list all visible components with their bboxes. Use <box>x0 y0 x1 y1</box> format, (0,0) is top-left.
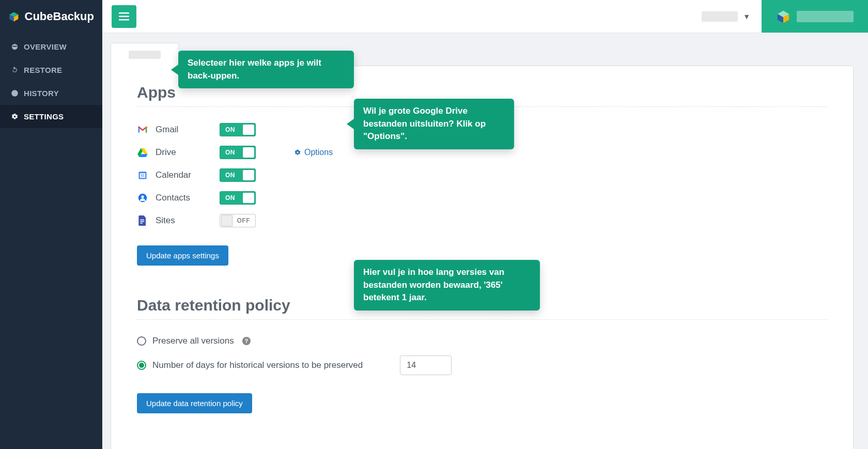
gear-icon <box>10 113 19 120</box>
app-row-contacts: Contacts ON <box>137 187 827 209</box>
domain-name-placeholder <box>797 11 854 22</box>
toggle-calendar[interactable]: ON <box>220 168 256 182</box>
menu-toggle-button[interactable] <box>112 5 136 28</box>
nav-settings[interactable]: SETTINGS <box>0 105 102 128</box>
update-retention-button[interactable]: Update data retention policy <box>137 393 252 413</box>
toggle-handle <box>243 193 254 203</box>
app-label: Sites <box>156 215 212 226</box>
nav-label: RESTORE <box>24 66 62 74</box>
help-icon[interactable]: ? <box>242 337 251 345</box>
app-label: Drive <box>156 147 212 158</box>
toggle-on-label: ON <box>225 194 235 202</box>
toggle-handle <box>243 125 254 135</box>
options-label: Options <box>304 148 333 157</box>
user-name-placeholder <box>702 11 738 22</box>
brand-name: CubeBackup <box>25 10 94 23</box>
app-row-calendar: 31 Calendar ON <box>137 164 827 187</box>
callout-text: Hier vul je in hoe lang versies van best… <box>363 267 504 302</box>
callout-drive-options: Wil je grote Google Drive bestanden uits… <box>354 99 514 149</box>
radio-label: Preserve all versions <box>152 336 234 346</box>
app-label: Calendar <box>156 170 212 180</box>
svg-rect-3 <box>119 12 129 14</box>
settings-panel: Apps Gmail ON Drive ON <box>111 66 854 449</box>
hamburger-icon <box>119 12 129 21</box>
toggle-off-label: OFF <box>237 217 251 224</box>
app-label: Gmail <box>156 125 212 135</box>
callout-text: Selecteer hier welke apps je wilt back-u… <box>188 58 321 81</box>
toggle-handle <box>243 170 254 180</box>
calendar-icon: 31 <box>137 169 148 181</box>
callout-apps: Selecteer hier welke apps je wilt back-u… <box>178 51 354 88</box>
toggle-sites[interactable]: OFF <box>220 214 256 227</box>
contacts-icon <box>137 192 148 204</box>
gear-icon <box>294 149 301 156</box>
svg-rect-18 <box>140 221 144 222</box>
retention-option-days[interactable]: Number of days for historical versions t… <box>137 351 827 380</box>
nav-label: SETTINGS <box>24 112 64 121</box>
sidebar: CubeBackup OVERVIEW RESTORE HISTORY SETT… <box>0 0 102 449</box>
radio-days[interactable] <box>137 361 146 370</box>
nav-label: OVERVIEW <box>24 42 67 51</box>
svg-rect-4 <box>119 16 129 17</box>
gmail-icon <box>137 124 148 135</box>
toggle-handle <box>221 215 233 226</box>
history-icon <box>10 89 19 97</box>
topbar-right: ▼ <box>690 0 868 33</box>
tab-active[interactable] <box>111 43 179 66</box>
toggle-contacts[interactable]: ON <box>220 191 256 205</box>
sites-icon <box>137 215 148 226</box>
retention-days-input[interactable] <box>400 355 452 375</box>
cube-logo-icon <box>776 9 791 24</box>
radio-label: Number of days for historical versions t… <box>152 360 363 370</box>
drive-options-link[interactable]: Options <box>294 148 333 157</box>
toggle-on-label: ON <box>225 149 235 156</box>
toggle-drive[interactable]: ON <box>220 146 256 159</box>
toggle-handle <box>243 147 254 158</box>
topbar: ▼ <box>102 0 868 33</box>
callout-retention: Hier vul je in hoe lang versies van best… <box>354 260 540 311</box>
nav-label: HISTORY <box>24 89 59 98</box>
toggle-on-label: ON <box>225 172 235 179</box>
chevron-down-icon: ▼ <box>743 12 750 21</box>
svg-rect-17 <box>140 220 144 221</box>
tab-label-placeholder <box>129 51 161 59</box>
domain-badge[interactable] <box>762 0 868 33</box>
nav-restore[interactable]: RESTORE <box>0 58 102 82</box>
retention-section: Data retention policy Preserve all versi… <box>137 297 827 413</box>
svg-text:31: 31 <box>141 174 145 177</box>
restore-icon <box>10 66 19 74</box>
drive-icon <box>137 147 148 158</box>
svg-rect-19 <box>140 223 143 224</box>
radio-all[interactable] <box>137 336 146 346</box>
update-apps-button[interactable]: Update apps settings <box>137 245 228 266</box>
app-row-sites: Sites OFF <box>137 209 827 232</box>
callout-text: Wil je grote Google Drive bestanden uits… <box>363 106 486 141</box>
dashboard-icon <box>10 43 19 51</box>
nav-overview[interactable]: OVERVIEW <box>0 35 102 58</box>
svg-point-16 <box>141 195 144 198</box>
toggle-on-label: ON <box>225 126 235 133</box>
svg-rect-5 <box>119 19 129 21</box>
cube-logo-icon <box>8 9 20 24</box>
brand: CubeBackup <box>0 0 102 35</box>
retention-option-all[interactable]: Preserve all versions ? <box>137 331 827 351</box>
app-label: Contacts <box>156 193 212 203</box>
nav-history[interactable]: HISTORY <box>0 82 102 105</box>
main: Apps Gmail ON Drive ON <box>102 33 862 449</box>
toggle-gmail[interactable]: ON <box>220 123 256 136</box>
user-dropdown[interactable]: ▼ <box>690 0 762 33</box>
